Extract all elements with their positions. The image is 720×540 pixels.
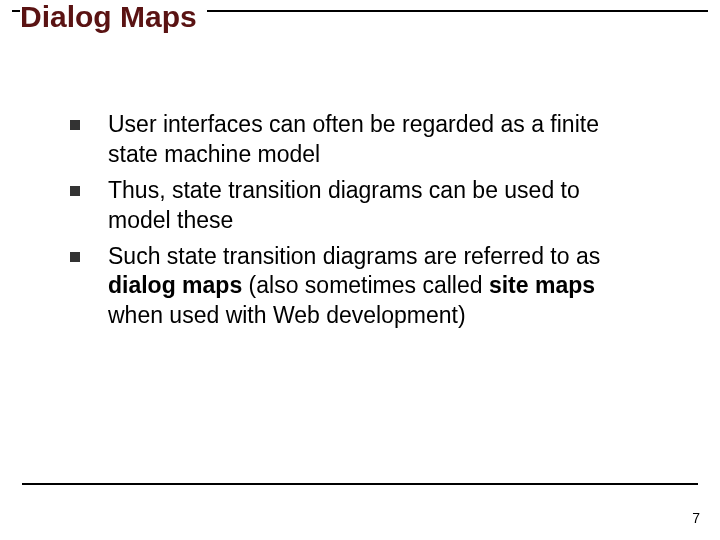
list-item: Thus, state transition diagrams can be u…: [70, 176, 630, 236]
bullet-icon: [70, 186, 80, 196]
bullet-text: Such state transition diagrams are refer…: [108, 242, 630, 332]
slide-title: Dialog Maps: [20, 0, 207, 34]
bullet-text: Thus, state transition diagrams can be u…: [108, 176, 630, 236]
body-area: User interfaces can often be regarded as…: [70, 110, 630, 337]
bullet-icon: [70, 252, 80, 262]
slide: Dialog Maps User interfaces can often be…: [0, 0, 720, 540]
bullet-text: User interfaces can often be regarded as…: [108, 110, 630, 170]
page-number: 7: [692, 510, 700, 526]
list-item: User interfaces can often be regarded as…: [70, 110, 630, 170]
bottom-rule: [22, 483, 698, 485]
list-item: Such state transition diagrams are refer…: [70, 242, 630, 332]
bullet-icon: [70, 120, 80, 130]
title-area: Dialog Maps: [12, 10, 708, 46]
